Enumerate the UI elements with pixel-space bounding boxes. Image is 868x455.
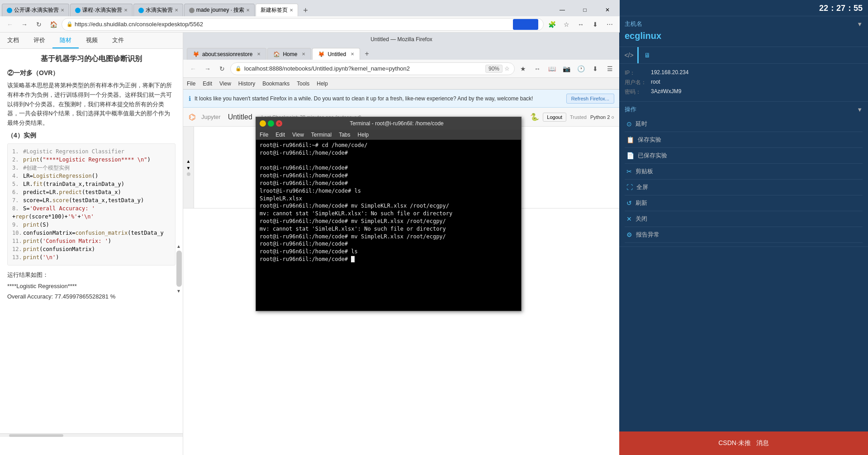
nav-materials[interactable]: 随材: [52, 33, 79, 48]
code-line-11: 11.print('Confusion Matrix: '): [12, 237, 171, 245]
outer-fwd-btn[interactable]: →: [18, 18, 31, 31]
ff-tab-close-0[interactable]: ✕: [257, 52, 261, 57]
tab-favicon-0: [7, 8, 12, 13]
term-menu-help[interactable]: Help: [358, 132, 369, 138]
refresh-firefox-btn[interactable]: Refresh Firefox...: [566, 94, 614, 104]
outer-more-btn[interactable]: ⋯: [603, 18, 616, 31]
history-btn[interactable]: 🕐: [574, 62, 587, 75]
nav-docs[interactable]: 文档: [0, 33, 26, 48]
outer-tab-close-0[interactable]: ✕: [61, 8, 64, 13]
op-saved-exp[interactable]: 📄 已保存实验: [625, 148, 863, 164]
bookmarks-btn[interactable]: ★: [517, 62, 529, 75]
saved-exp-icon: 📄: [626, 152, 634, 159]
term-line-5: root@i-ru96n6il:/home/code#: [260, 180, 517, 187]
scroll-down-arrow[interactable]: ▼: [176, 289, 182, 294]
ff-new-tab-btn[interactable]: +: [361, 48, 373, 60]
menu-btn[interactable]: ☰: [603, 62, 616, 75]
close-btn[interactable]: ✕: [597, 4, 618, 16]
jupyter-logout-btn[interactable]: Logout: [543, 113, 566, 122]
ff-tab-home[interactable]: 🏠 Home ✕: [267, 48, 311, 60]
ff-tab-close-1[interactable]: ✕: [302, 52, 305, 57]
op-clipboard[interactable]: ✂ 剪贴板: [625, 164, 863, 180]
ff-menu-edit[interactable]: Edit: [203, 81, 212, 87]
outer-reload-btn[interactable]: ↻: [33, 18, 45, 31]
op-delay[interactable]: ⊙ 延时: [625, 116, 863, 132]
ff-menu-tools[interactable]: Tools: [297, 81, 309, 87]
outer-download-btn[interactable]: ⬇: [589, 18, 602, 31]
outer-tab-3[interactable]: made journey · 搜索 ✕: [184, 4, 255, 16]
outer-tab-0[interactable]: 公开课·水滴实验营 ✕: [2, 4, 69, 16]
forward-button[interactable]: →: [201, 62, 214, 75]
op-report[interactable]: ⚙ 报告异常: [625, 227, 863, 243]
readview-btn[interactable]: 📖: [545, 62, 558, 75]
outer-tab-close-1[interactable]: ✕: [124, 8, 128, 13]
sidebar-monitor-tab[interactable]: 🖥: [637, 47, 655, 63]
outer-tab-4[interactable]: 新建标签页 ✕: [256, 4, 298, 16]
terminal-max-btn[interactable]: [268, 120, 274, 127]
ff-menu-view[interactable]: View: [219, 81, 231, 87]
outer-tab-close-3[interactable]: ✕: [246, 8, 250, 13]
ff-tab-untitled[interactable]: 🦊 Untitled ✕: [312, 48, 360, 60]
address-bar[interactable]: 🔒 localhost:8888/notebooks/Untitled.ipyn…: [230, 62, 515, 75]
outer-tab-1[interactable]: 课程·水滴实验营 ✕: [70, 4, 132, 16]
code-line-13: 13.print('\n'): [12, 253, 171, 261]
maximize-btn[interactable]: □: [574, 4, 595, 16]
nav-video[interactable]: 视频: [79, 33, 105, 48]
outer-home-btn[interactable]: 🏠: [47, 18, 60, 31]
code-line-7: 7.score=LR.score(testData_x,testData_y): [12, 196, 171, 204]
username-row: 用户名： root: [625, 79, 863, 86]
section1-text: 该策略基本思想是将第种类型的所有样本作为正例，将剩下的所有样本作为负例，进行训练…: [7, 81, 175, 128]
new-tab-btn[interactable]: +: [299, 5, 312, 16]
op-fullscreen[interactable]: ⛶ 全屏: [625, 180, 863, 195]
terminal-close-btn[interactable]: ✕: [276, 120, 282, 127]
ff-menu-file[interactable]: File: [187, 81, 195, 87]
outer-tab-2[interactable]: 水滴实验营 ✕: [133, 4, 183, 16]
sync-btn[interactable]: ↔: [531, 62, 544, 75]
reload-button[interactable]: ↻: [216, 62, 228, 75]
horizontal-scrollbar[interactable]: [0, 433, 183, 437]
scrollbar-thumb[interactable]: [9, 434, 63, 437]
term-menu-tabs[interactable]: Tabs: [339, 132, 350, 138]
nav-files[interactable]: 文件: [105, 33, 131, 48]
outer-sync-btn[interactable]: ↔: [574, 18, 587, 31]
terminal-min-btn[interactable]: [260, 120, 266, 127]
ff-menu-history[interactable]: History: [238, 81, 255, 87]
terminal-body[interactable]: root@i-ru96n6il:~# cd /home/code/ root@i…: [256, 140, 521, 311]
outer-address-bar[interactable]: 🔒 https://edu.shuidilab.cn/console/expde…: [62, 18, 544, 31]
ff-menu-bookmarks[interactable]: Bookmarks: [262, 81, 289, 87]
ff-tab-session[interactable]: 🦊 about:sessionrestore ✕: [187, 48, 266, 60]
scroll-up-ctrl[interactable]: ▲: [185, 158, 192, 165]
csdn-bar[interactable]: CSDN·未推 消息: [619, 431, 868, 455]
download-btn[interactable]: ⬇: [589, 62, 602, 75]
op-refresh[interactable]: ↺ 刷新: [625, 195, 863, 211]
blue-rect: [513, 19, 538, 30]
nav-eval[interactable]: 评价: [26, 33, 52, 48]
host-toggle[interactable]: ▼: [857, 21, 863, 28]
op-save-exp[interactable]: 📋 保存实验: [625, 132, 863, 148]
term-menu-view[interactable]: View: [292, 132, 304, 138]
ops-toggle[interactable]: ▼: [857, 106, 863, 113]
outer-tab-label-4: 新建标签页: [261, 6, 288, 14]
back-button[interactable]: ←: [187, 62, 199, 75]
sidebar-code-tab[interactable]: </>: [619, 47, 637, 63]
terminal-cursor: [351, 256, 355, 262]
term-menu-file[interactable]: File: [260, 132, 268, 138]
op-close[interactable]: ✕ 关闭: [625, 211, 863, 227]
ff-tab-close-2[interactable]: ✕: [351, 52, 354, 57]
outer-tab-close-4[interactable]: ✕: [289, 8, 293, 13]
minimize-btn[interactable]: —: [552, 4, 573, 16]
scrollbar-vertical-thumb[interactable]: [176, 251, 182, 287]
outer-tab-close-2[interactable]: ✕: [175, 8, 178, 13]
term-menu-terminal[interactable]: Terminal: [311, 132, 332, 138]
jupyter-notebook-title[interactable]: Untitled: [228, 113, 252, 121]
term-menu-edit[interactable]: Edit: [275, 132, 285, 138]
outer-star-btn[interactable]: ☆: [560, 18, 573, 31]
outer-ext-btn[interactable]: 🧩: [545, 18, 558, 31]
outer-back-btn[interactable]: ←: [4, 18, 16, 31]
bookmark-star-icon[interactable]: ☆: [504, 65, 510, 72]
scroll-down-ctrl[interactable]: ▼: [185, 165, 192, 171]
ff-menu-help[interactable]: Help: [317, 81, 328, 87]
screenshot-btn[interactable]: 📷: [560, 62, 573, 75]
term-line-1: root@i-ru96n6il:/home/code#: [260, 149, 517, 157]
scroll-up-arrow[interactable]: ▲: [176, 244, 182, 249]
